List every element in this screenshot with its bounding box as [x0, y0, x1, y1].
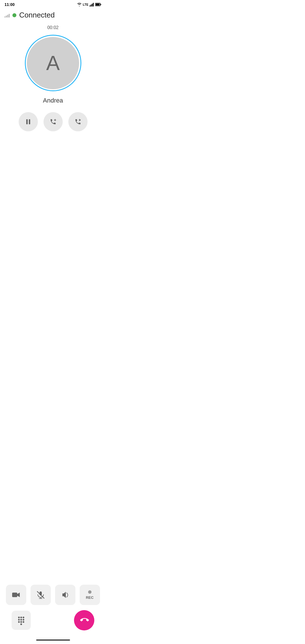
transfer-icon	[75, 118, 81, 125]
status-bar: 11:00 LTE	[0, 0, 106, 8]
rec-label: REC	[86, 595, 93, 600]
add-call-button[interactable]	[43, 112, 63, 131]
svg-point-20	[20, 619, 22, 621]
svg-rect-6	[96, 4, 100, 6]
call-content: 00:02 A Andrea	[0, 22, 106, 580]
speaker-button[interactable]	[55, 585, 75, 605]
video-icon	[12, 591, 20, 599]
svg-rect-1	[91, 5, 91, 6]
call-actions	[19, 112, 88, 131]
end-call-button[interactable]	[74, 610, 94, 630]
svg-point-23	[20, 621, 22, 623]
status-time: 11:00	[5, 2, 15, 7]
signal-bars-icon	[5, 13, 10, 18]
svg-point-17	[20, 617, 22, 618]
contact-name: Andrea	[43, 97, 63, 104]
svg-point-21	[23, 619, 24, 621]
home-indicator	[36, 639, 70, 641]
pause-button[interactable]	[19, 112, 38, 131]
connected-label: Connected	[19, 11, 55, 19]
svg-rect-0	[90, 5, 90, 6]
svg-point-16	[18, 617, 20, 618]
rec-dot	[88, 590, 91, 594]
mute-icon	[36, 591, 45, 599]
svg-point-24	[23, 621, 24, 623]
mute-button[interactable]	[30, 585, 51, 605]
avatar-circle: A	[27, 37, 79, 89]
svg-point-18	[23, 617, 24, 618]
record-button[interactable]: REC	[80, 585, 100, 605]
bottom-controls: REC	[0, 580, 106, 608]
dialpad-icon	[16, 615, 26, 625]
svg-rect-11	[12, 593, 17, 597]
battery-icon	[95, 3, 101, 6]
connected-header: Connected	[0, 8, 106, 22]
bottom-row	[0, 608, 106, 637]
svg-rect-7	[26, 119, 28, 124]
avatar-letter: A	[46, 51, 60, 75]
svg-rect-2	[92, 4, 93, 6]
dialpad-button[interactable]	[12, 611, 31, 630]
svg-rect-8	[29, 119, 30, 124]
connected-dot	[12, 13, 16, 17]
transfer-button[interactable]	[68, 112, 88, 131]
svg-rect-5	[101, 4, 101, 5]
pause-icon	[25, 119, 31, 125]
end-call-icon	[79, 615, 89, 625]
svg-point-25	[20, 623, 22, 625]
lte-icon: LTE	[83, 3, 88, 6]
status-icons: LTE	[77, 3, 101, 6]
signal-icon	[90, 3, 94, 6]
add-call-icon	[50, 118, 56, 125]
call-timer: 00:02	[47, 25, 58, 30]
wifi-icon	[77, 3, 82, 6]
svg-point-19	[18, 619, 20, 621]
video-button[interactable]	[6, 585, 26, 605]
avatar-ring: A	[25, 35, 81, 91]
svg-rect-3	[93, 3, 94, 6]
speaker-icon	[61, 591, 69, 599]
svg-point-22	[18, 621, 20, 623]
